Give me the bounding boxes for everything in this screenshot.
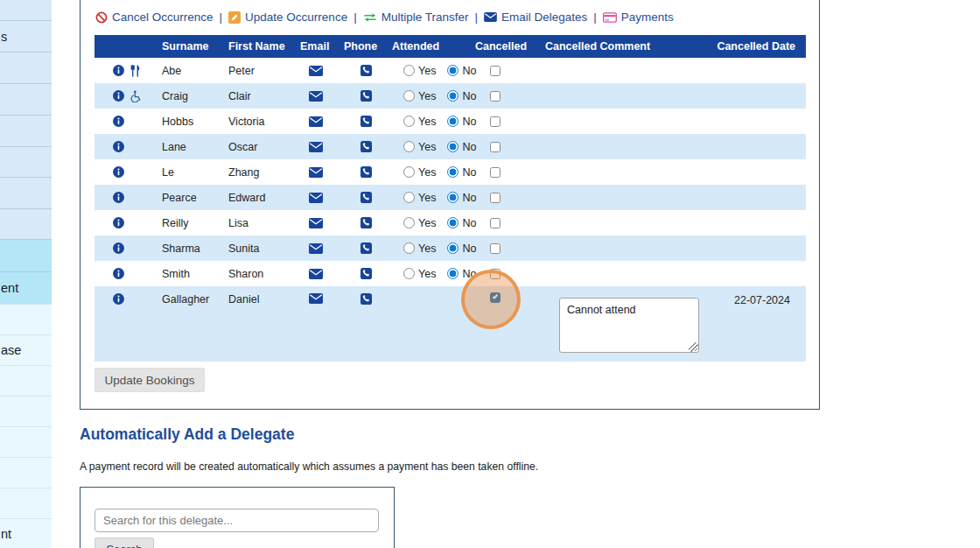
sidebar-item[interactable]: [0, 146, 52, 177]
phone-icon[interactable]: [360, 242, 372, 254]
surname-cell: Le: [160, 166, 227, 179]
toolbar-separator: |: [474, 11, 478, 24]
info-icon[interactable]: [113, 90, 124, 102]
info-icon[interactable]: [113, 217, 124, 228]
cancelled-checkbox[interactable]: [490, 292, 500, 303]
cancelled-checkbox[interactable]: [490, 142, 500, 152]
attended-yes-radio[interactable]: [403, 116, 415, 127]
sidebar-item[interactable]: [0, 304, 52, 334]
first-name-cell: Zhang: [227, 166, 298, 179]
header-email: Email: [298, 40, 342, 53]
cancelled-checkbox[interactable]: [490, 243, 500, 254]
cancelled-checkbox[interactable]: [490, 91, 500, 102]
attended-yes-radio[interactable]: [403, 141, 415, 152]
envelope-icon[interactable]: [309, 116, 323, 127]
envelope-icon[interactable]: [309, 293, 323, 304]
cancel-occurrence-link[interactable]: Cancel Occurrence: [95, 11, 214, 24]
cancelled-checkbox[interactable]: [490, 116, 500, 127]
envelope-icon[interactable]: [309, 193, 323, 203]
envelope-icon[interactable]: [309, 91, 323, 102]
sidebar-item[interactable]: [0, 426, 52, 457]
attended-no-radio[interactable]: [447, 116, 458, 127]
multiple-transfer-link[interactable]: Multiple Transfer: [363, 11, 469, 24]
attended-yes-radio[interactable]: [403, 65, 415, 76]
attended-no-radio[interactable]: [447, 268, 458, 279]
info-icon[interactable]: [113, 242, 124, 254]
phone-icon[interactable]: [360, 268, 372, 279]
update-occurrence-link[interactable]: Update Occurrence: [228, 11, 347, 24]
envelope-icon[interactable]: [309, 218, 323, 228]
sidebar-item[interactable]: [0, 115, 52, 146]
info-icon[interactable]: [113, 293, 124, 305]
cancelled-comment-textarea[interactable]: Cannot attend: [559, 298, 699, 353]
info-icon[interactable]: [113, 65, 124, 76]
envelope-icon: [484, 12, 497, 22]
attended-yes-radio[interactable]: [403, 192, 415, 203]
sidebar-item[interactable]: ase: [0, 334, 52, 365]
email-delegates-link[interactable]: Email Delegates: [484, 11, 587, 24]
delegate-search-input[interactable]: [94, 509, 379, 532]
info-icon[interactable]: [113, 141, 124, 152]
envelope-icon[interactable]: [309, 167, 323, 178]
sidebar-item[interactable]: [0, 0, 52, 20]
sidebar-item[interactable]: [0, 365, 52, 396]
payments-link[interactable]: Payments: [603, 11, 674, 24]
header-cancelled-comment: Cancelled Comment: [543, 40, 710, 53]
phone-icon[interactable]: [360, 192, 372, 203]
sidebar-item[interactable]: [0, 457, 52, 488]
sidebar-item[interactable]: [0, 396, 52, 426]
attended-yes-radio[interactable]: [403, 217, 415, 228]
attended-no-radio[interactable]: [447, 217, 458, 228]
cancelled-checkbox[interactable]: [490, 167, 500, 178]
attended-no-radio[interactable]: [447, 242, 458, 254]
sidebar-item[interactable]: nt: [0, 518, 52, 548]
info-icon[interactable]: [113, 166, 124, 178]
phone-icon[interactable]: [360, 90, 372, 102]
surname-cell: Reilly: [160, 217, 227, 229]
delegate-search-button[interactable]: Search: [94, 537, 154, 548]
update-bookings-button[interactable]: Update Bookings: [94, 368, 205, 392]
utensils-icon: [130, 65, 141, 77]
info-icon[interactable]: [113, 116, 124, 127]
sidebar-item[interactable]: s: [0, 20, 52, 52]
attended-yes-radio[interactable]: [403, 90, 415, 102]
phone-icon[interactable]: [360, 217, 372, 228]
occurrence-toolbar: Cancel Occurrence | Update Occurrence | …: [95, 11, 674, 24]
attended-no-radio[interactable]: [447, 192, 458, 203]
phone-icon[interactable]: [360, 293, 372, 305]
table-row: Lane Oscar Yes No: [94, 134, 806, 159]
info-icon[interactable]: [113, 192, 124, 203]
envelope-icon[interactable]: [309, 269, 323, 279]
envelope-icon[interactable]: [309, 142, 323, 152]
envelope-icon[interactable]: [309, 66, 323, 76]
cancelled-checkbox[interactable]: [490, 66, 500, 76]
info-icon[interactable]: [113, 268, 124, 279]
attended-no-radio[interactable]: [447, 166, 458, 178]
phone-icon[interactable]: [360, 141, 372, 152]
sidebar-item[interactable]: [0, 83, 52, 115]
first-name-cell: Edward: [227, 192, 298, 204]
phone-icon[interactable]: [360, 116, 372, 127]
attended-yes-radio[interactable]: [403, 166, 415, 178]
attended-yes-radio[interactable]: [403, 268, 415, 279]
cancelled-checkbox[interactable]: [490, 269, 500, 279]
phone-icon[interactable]: [360, 166, 372, 178]
cancelled-checkbox[interactable]: [490, 193, 500, 203]
first-name-cell: Sunita: [227, 242, 298, 255]
sidebar-item[interactable]: [0, 208, 52, 239]
sidebar-item[interactable]: ent: [0, 271, 52, 304]
surname-cell: Sharma: [160, 242, 227, 255]
phone-icon[interactable]: [360, 65, 372, 76]
sidebar-item[interactable]: [0, 488, 52, 518]
attended-yes-radio[interactable]: [403, 242, 415, 254]
sidebar-item[interactable]: [0, 52, 52, 83]
attended-no-radio[interactable]: [447, 90, 458, 102]
sidebar-item[interactable]: [0, 177, 52, 208]
sidebar-item[interactable]: [0, 239, 52, 271]
cancelled-checkbox[interactable]: [490, 218, 500, 228]
surname-cell: Lane: [160, 141, 227, 153]
envelope-icon[interactable]: [309, 243, 323, 254]
attended-no-radio[interactable]: [447, 65, 458, 76]
attended-no-radio[interactable]: [447, 141, 458, 152]
surname-cell: Hobbs: [160, 116, 227, 128]
